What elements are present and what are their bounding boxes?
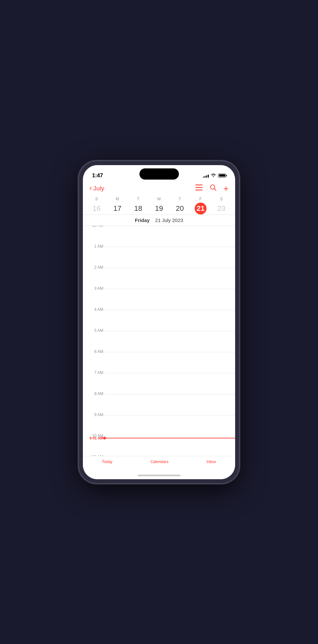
time-slot-7am: 7 AM	[83, 373, 235, 394]
day-letter-sat: S	[220, 197, 223, 201]
time-label-7am: 7 AM	[83, 370, 103, 375]
time-label-8am: 8 AM	[83, 391, 103, 396]
status-bar: 1:47	[83, 165, 235, 182]
battery-icon	[218, 174, 226, 178]
status-icons	[203, 173, 226, 178]
signal-bar-3	[206, 175, 207, 178]
tab-calendars[interactable]: Calendars	[150, 459, 168, 464]
time-line-4am	[103, 310, 235, 310]
day-letter-fri: F	[199, 197, 202, 201]
phone-shell: 1:47	[79, 161, 239, 483]
time-line-8am	[103, 394, 235, 394]
home-indicator	[83, 472, 235, 479]
day-col-mon[interactable]: M 17	[107, 197, 128, 214]
time-slot-3am: 3 AM	[83, 289, 235, 310]
day-letter-tue: T	[137, 197, 139, 201]
signal-bars-icon	[203, 174, 209, 178]
nav-header: ‹ July +	[83, 182, 235, 197]
tab-bar: Today Calendars Inbox	[83, 456, 235, 472]
tab-inbox[interactable]: Inbox	[207, 459, 216, 464]
chevron-left-icon: ‹	[89, 185, 92, 192]
signal-bar-1	[203, 177, 204, 178]
time-slot-6am: 6 AM	[83, 352, 235, 373]
day-col-thu[interactable]: T 20	[169, 197, 190, 214]
time-label-9am: 9 AM	[83, 412, 103, 417]
day-col-tue[interactable]: T 18	[128, 197, 149, 214]
current-time-label: 9:41 AM	[83, 436, 103, 440]
nav-actions: +	[195, 184, 229, 193]
time-slot-5am: 5 AM	[83, 331, 235, 352]
day-col-sun[interactable]: S 16	[86, 197, 107, 214]
time-slot-2am: 2 AM	[83, 268, 235, 289]
day-letter-wed: W	[157, 197, 161, 201]
back-label: July	[93, 185, 104, 192]
time-line-2am	[103, 268, 235, 268]
time-line-9am	[103, 415, 235, 415]
time-line-5am	[103, 331, 235, 331]
current-time-dot	[103, 437, 106, 439]
time-slot-4am: 4 AM	[83, 310, 235, 331]
list-icon[interactable]	[195, 185, 203, 192]
time-label-5am: 5 AM	[83, 328, 103, 333]
day-col-sat[interactable]: S 23	[211, 197, 232, 214]
time-slot-9am: 9 AM	[83, 415, 235, 436]
day-number-21: 21	[195, 203, 207, 214]
time-label-2am: 2 AM	[83, 265, 103, 270]
svg-line-4	[214, 189, 216, 191]
phone-screen: 1:47	[83, 165, 235, 479]
time-label-11am: 11 AM	[83, 455, 103, 456]
time-slot-1am: 1 AM	[83, 247, 235, 268]
day-letter-sun: S	[95, 197, 98, 201]
time-label-3am: 3 AM	[83, 286, 103, 291]
date-label: Friday 21 July 2023	[83, 214, 235, 223]
home-bar	[138, 475, 181, 476]
time-slot-12am: 12 AM	[83, 226, 235, 247]
day-number-19: 19	[153, 203, 165, 214]
day-number-18: 18	[132, 203, 144, 214]
dynamic-island	[139, 168, 179, 180]
time-label-12am: 12 AM	[83, 226, 103, 228]
timeline[interactable]: 12 AM 1 AM 2 AM 3 AM 4 AM 5 AM	[83, 226, 235, 456]
time-line-7am	[103, 373, 235, 373]
add-icon[interactable]: +	[224, 184, 229, 193]
signal-bar-2	[205, 176, 206, 178]
day-name: Friday	[135, 217, 150, 223]
day-number-16: 16	[91, 203, 103, 214]
day-number-17: 17	[111, 203, 123, 214]
day-col-wed[interactable]: W 19	[149, 197, 169, 214]
time-label-4am: 4 AM	[83, 307, 103, 312]
svg-rect-2	[195, 190, 203, 191]
day-number-20: 20	[174, 203, 186, 214]
svg-rect-1	[195, 187, 203, 188]
day-col-fri[interactable]: F 21	[190, 197, 211, 214]
current-time-row: 9:41 AM	[83, 436, 235, 440]
time-label-6am: 6 AM	[83, 349, 103, 354]
status-time: 1:47	[92, 172, 103, 179]
full-date: 21 July 2023	[155, 217, 183, 223]
tab-today[interactable]: Today	[102, 459, 112, 464]
time-slot-8am: 8 AM	[83, 394, 235, 415]
week-header: S 16 M 17 T 18 W 19 T 20 F 21	[83, 197, 235, 214]
signal-bar-4	[208, 175, 209, 178]
time-line-12am	[103, 226, 235, 226]
svg-rect-0	[195, 185, 203, 186]
search-icon[interactable]	[210, 184, 216, 192]
back-button[interactable]: ‹ July	[89, 185, 104, 192]
day-letter-thu: T	[179, 197, 181, 201]
time-line-6am	[103, 352, 235, 352]
wifi-icon	[211, 173, 216, 178]
time-line-1am	[103, 247, 235, 247]
time-label-1am: 1 AM	[83, 244, 103, 249]
day-letter-mon: M	[116, 197, 119, 201]
current-time-line	[106, 438, 235, 438]
time-line-3am	[103, 289, 235, 289]
day-number-23: 23	[215, 203, 227, 214]
